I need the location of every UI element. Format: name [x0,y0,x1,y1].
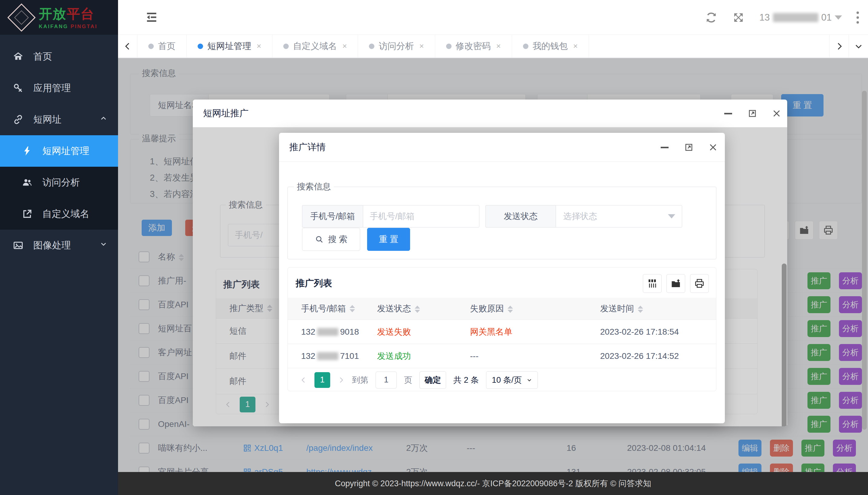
phone-prefix: 132 [301,327,316,337]
tab-close-icon[interactable]: × [342,41,347,51]
tab-my-wallet[interactable]: 我的钱包× [512,35,589,57]
user-account-dropdown[interactable]: 13 01 [759,12,842,23]
modal1-scrollbar[interactable] [782,263,787,426]
page-size-select[interactable]: 10 条/页 [486,371,538,389]
tab-label: 短网址管理 [207,40,251,52]
tab-dot [283,44,289,49]
sidebar-item-label: 短网址管理 [42,144,89,157]
tab-dot [148,44,154,49]
redacted-phone-digits [317,352,338,360]
search-icon [315,235,324,244]
prev-page-icon[interactable] [300,376,307,383]
sidebar-item-image-processing[interactable]: 图像处理 [0,229,118,261]
page-scrollbar[interactable] [862,91,867,430]
page-number-input[interactable]: 1 [376,372,397,389]
confirm-page-button[interactable]: 确定 [420,371,446,389]
sidebar-collapse-icon[interactable] [145,10,158,24]
print-icon[interactable] [690,274,709,293]
tab-dot [369,44,374,49]
sidebar-item-apps[interactable]: 应用管理 [0,72,118,104]
modal2-list-title: 推广列表 [296,277,332,290]
close-icon[interactable] [771,108,782,119]
sidebar-item-visit-analysis[interactable]: 访问分析 [0,167,118,198]
minimize-icon[interactable] [723,108,733,119]
next-page-icon[interactable] [338,376,345,383]
sort-icon[interactable] [350,305,355,312]
link-icon [13,114,23,125]
bolt-icon [22,146,33,156]
sidebar-item-label: 图像处理 [33,239,71,252]
key-icon [13,83,23,93]
tab-home[interactable]: 首页 [137,35,187,57]
modal2-status-select[interactable]: 选择状态 [556,205,682,227]
sidebar-menu: 首页 应用管理 短网址 短网址管理 访问分析 [0,35,118,261]
users-icon [22,177,33,188]
chevron-down-icon [835,15,842,20]
tab-custom-domain[interactable]: 自定义域名× [272,35,358,57]
sidebar-item-shorturl[interactable]: 短网址 [0,104,118,135]
tab-dot [446,44,452,49]
modal1-header[interactable]: 短网址推广 [193,100,787,127]
tab-label: 我的钱包 [533,40,568,52]
tabs-scroll-left-icon[interactable] [118,35,137,57]
tab-close-icon[interactable]: × [573,41,578,51]
close-icon[interactable] [708,142,718,153]
minimize-icon[interactable] [660,142,670,153]
page-unit-label: 页 [404,375,412,386]
chevron-up-icon [99,114,108,125]
tab-close-icon[interactable]: × [257,41,261,51]
sort-icon[interactable] [638,306,643,313]
select-placeholder: 选择状态 [563,210,597,222]
sidebar-item-label: 自定义域名 [42,208,89,220]
tab-shorturl-manage[interactable]: 短网址管理× [187,35,272,57]
sidebar-item-custom-domain[interactable]: 自定义域名 [0,198,118,229]
tab-dot [198,44,203,49]
modal2-status-label: 发送状态 [486,205,556,227]
sidebar-item-shorturl-manage[interactable]: 短网址管理 [0,135,118,167]
fullscreen-icon[interactable] [732,11,745,24]
sidebar: 开放平台 KAIFANG PINGTAI 首页 应用管理 短网址 短网址 [0,0,118,495]
sort-icon[interactable] [415,306,420,313]
table-row: 132 7101 发送成功 --- 2023-02-26 17:14:52 [288,344,716,368]
columns-icon[interactable] [643,274,662,293]
copyright-text: Copyright © 2023-https://www.wdqz.cc/- 京… [335,478,651,489]
tab-close-icon[interactable]: × [419,41,424,51]
sidebar-submenu-shorturl: 短网址管理 访问分析 自定义域名 [0,135,118,229]
more-menu-icon[interactable] [856,12,859,23]
topbar-actions: 13 01 [705,0,859,35]
sort-icon[interactable] [508,306,513,313]
tab-change-password[interactable]: 修改密码× [435,35,512,57]
modal1-title: 短网址推广 [203,107,249,120]
export-icon[interactable] [666,274,685,293]
external-link-icon [22,208,33,219]
tabs-scroll-right-icon[interactable] [829,35,849,57]
status-cell: 发送失败 [377,326,470,338]
maximize-icon[interactable] [747,108,758,119]
current-page-button[interactable]: 1 [314,372,330,388]
modal2-search-button[interactable]: 搜 索 [302,228,360,251]
modal2-reset-button[interactable]: 重 置 [367,228,410,251]
footer: Copyright © 2023-https://www.wdqz.cc/- 京… [118,472,868,495]
goto-label: 到第 [352,375,368,386]
tab-dot [523,44,528,49]
sidebar-item-home[interactable]: 首页 [0,41,118,72]
phone-prefix: 13 [759,12,770,23]
chevron-down-icon [668,214,675,219]
modal2-header[interactable]: 推广详情 [279,133,725,162]
refresh-icon[interactable] [705,11,718,24]
reason-cell: --- [470,351,600,361]
app-screen: 开放平台 KAIFANG PINGTAI 首页 应用管理 短网址 短网址 [0,0,868,495]
col-reason: 失败原因 [470,304,504,313]
tabs-menu-icon[interactable] [849,35,868,57]
total-count-label: 共 2 条 [453,375,479,386]
modal2-phone-input[interactable] [363,205,479,227]
modal2-status-group: 发送状态 选择状态 [486,205,682,227]
sidebar-item-label: 短网址 [33,113,62,126]
tab-visit-analysis[interactable]: 访问分析× [358,35,435,57]
sidebar-item-label: 首页 [33,50,52,63]
maximize-icon[interactable] [684,142,694,153]
modal2-phone-label: 手机号/邮箱 [302,205,363,227]
modal-promotion-detail: 推广详情 搜索信息 手机号/邮箱 发送状态 选择状态 [279,133,725,423]
tab-close-icon[interactable]: × [496,41,501,51]
brand-cn-red: 平台 [67,6,95,21]
